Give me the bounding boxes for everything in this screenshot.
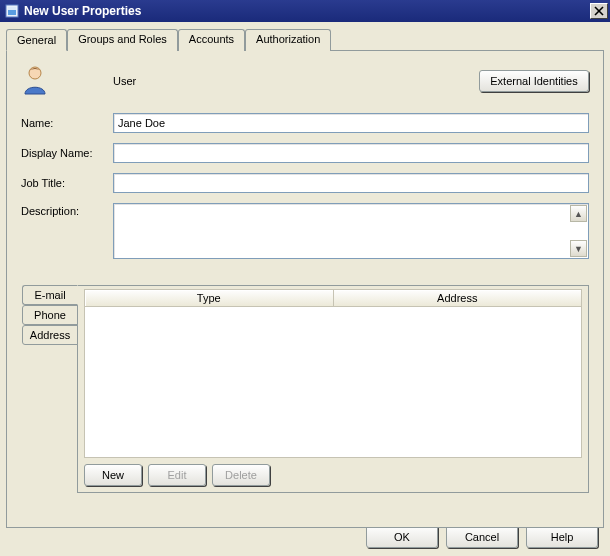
scroll-up-icon[interactable]: ▲ — [570, 205, 587, 222]
description-label: Description: — [21, 203, 113, 259]
grid-body[interactable] — [84, 307, 582, 458]
grid-col-address[interactable]: Address — [334, 290, 582, 306]
close-button[interactable] — [590, 3, 608, 19]
contact-list-panel: Type Address New Edit Delete — [77, 285, 589, 493]
grid-header: Type Address — [84, 289, 582, 307]
contact-tabs: E-mail Phone Address — [21, 285, 77, 493]
name-input[interactable] — [113, 113, 589, 133]
dialog-client: General Groups and Roles Accounts Author… — [0, 22, 610, 556]
display-name-label: Display Name: — [21, 147, 113, 159]
ok-button[interactable]: OK — [366, 525, 438, 548]
user-icon — [21, 65, 113, 97]
contact-tab-address[interactable]: Address — [22, 325, 78, 345]
dialog-button-bar: OK Cancel Help — [366, 525, 598, 548]
job-title-input[interactable] — [113, 173, 589, 193]
tab-panel-general: User External Identities Name: Display N… — [6, 50, 604, 528]
title-bar: New User Properties — [0, 0, 610, 22]
cancel-button[interactable]: Cancel — [446, 525, 518, 548]
svg-rect-2 — [8, 7, 16, 10]
new-button[interactable]: New — [84, 464, 142, 486]
description-scrollbar[interactable]: ▲ ▼ — [570, 205, 587, 257]
user-type-label: User — [113, 75, 479, 87]
delete-button[interactable]: Delete — [212, 464, 270, 486]
window-title: New User Properties — [24, 4, 590, 18]
external-identities-button[interactable]: External Identities — [479, 70, 589, 92]
tab-groups-and-roles[interactable]: Groups and Roles — [67, 29, 178, 51]
grid-col-type[interactable]: Type — [85, 290, 334, 306]
tab-accounts[interactable]: Accounts — [178, 29, 245, 51]
tab-general[interactable]: General — [6, 29, 67, 51]
help-button[interactable]: Help — [526, 525, 598, 548]
tab-strip: General Groups and Roles Accounts Author… — [6, 28, 604, 50]
description-input[interactable]: ▲ ▼ — [113, 203, 589, 259]
edit-button[interactable]: Edit — [148, 464, 206, 486]
display-name-input[interactable] — [113, 143, 589, 163]
tab-authorization[interactable]: Authorization — [245, 29, 331, 51]
contact-tab-email[interactable]: E-mail — [22, 285, 78, 305]
app-icon — [4, 3, 20, 19]
contact-tab-phone[interactable]: Phone — [22, 305, 78, 325]
name-label: Name: — [21, 117, 113, 129]
scroll-down-icon[interactable]: ▼ — [570, 240, 587, 257]
svg-rect-1 — [8, 10, 16, 15]
job-title-label: Job Title: — [21, 177, 113, 189]
